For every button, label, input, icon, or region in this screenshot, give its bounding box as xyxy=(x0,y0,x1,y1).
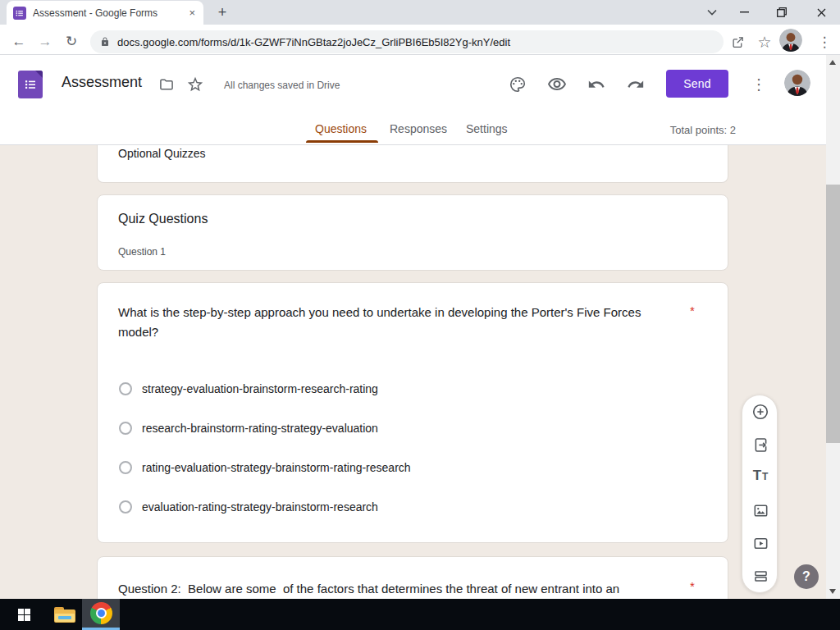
google-forms-favicon-icon xyxy=(13,7,26,20)
section-icon xyxy=(752,568,769,585)
radio-icon xyxy=(119,500,132,514)
folder-icon xyxy=(158,76,175,93)
option-label: strategy-evaluation-brainstorm-research-… xyxy=(142,382,378,395)
start-button[interactable] xyxy=(5,599,43,630)
tab-settings[interactable]: Settings xyxy=(466,122,508,135)
import-questions-button[interactable] xyxy=(751,435,770,454)
section-card[interactable]: Quiz Questions Question 1 xyxy=(97,194,728,271)
total-points-label: Total points: 2 xyxy=(670,124,736,136)
star-form-button[interactable] xyxy=(185,75,205,94)
radio-icon xyxy=(119,382,132,395)
active-tab-underline xyxy=(306,140,378,143)
folder-icon xyxy=(54,607,75,623)
section-title[interactable]: Optional Quizzes xyxy=(118,147,206,160)
required-asterisk: * xyxy=(690,579,695,593)
add-title-button[interactable]: T T xyxy=(751,468,770,487)
move-to-folder-button[interactable] xyxy=(157,75,176,94)
undo-button[interactable] xyxy=(587,75,606,94)
add-image-button[interactable] xyxy=(751,500,770,520)
palette-icon xyxy=(509,75,527,94)
section-description[interactable]: Question 1 xyxy=(118,246,166,258)
restore-button[interactable] xyxy=(763,0,801,25)
redo-button[interactable] xyxy=(626,75,646,94)
option-label: rating-evaluation-strategy-brainstorm-ra… xyxy=(142,461,411,474)
question-toolbar: T T xyxy=(742,395,778,593)
radio-icon xyxy=(119,461,132,474)
share-icon xyxy=(731,35,745,49)
chrome-taskbar-button[interactable] xyxy=(82,599,120,630)
browser-profile-avatar[interactable] xyxy=(779,29,802,52)
address-bar[interactable]: docs.google.com/forms/d/1k-GZWF7iNnGBtaz… xyxy=(90,30,724,53)
add-video-button[interactable] xyxy=(751,533,770,553)
account-avatar[interactable] xyxy=(784,70,810,96)
question-card-partial[interactable]: Question 2: Below are some of the factor… xyxy=(97,556,728,599)
forms-header: Assessment All changes saved in Drive xyxy=(0,55,840,115)
form-nav-tabs: Questions Responses Settings Total point… xyxy=(0,115,840,145)
send-button[interactable]: Send xyxy=(666,70,728,98)
page-scrollbar[interactable] xyxy=(826,55,840,599)
save-status: All changes saved in Drive xyxy=(224,80,340,91)
option-row[interactable]: research-brainstorm-rating-strategy-eval… xyxy=(119,418,378,438)
minimize-button[interactable] xyxy=(725,0,763,25)
radio-icon xyxy=(119,422,132,435)
form-editor-canvas: Optional Quizzes Quiz Questions Question… xyxy=(0,145,840,599)
required-asterisk: * xyxy=(690,304,695,317)
question-text[interactable]: Question 2: Below are some of the factor… xyxy=(118,579,684,599)
redo-icon xyxy=(627,75,645,94)
section-card-partial[interactable]: Optional Quizzes xyxy=(97,145,728,183)
windows-taskbar xyxy=(0,599,840,630)
restore-icon xyxy=(777,7,787,17)
minimize-icon xyxy=(740,11,749,13)
video-icon xyxy=(752,535,769,552)
star-icon xyxy=(186,75,204,94)
forms-list-glyph xyxy=(16,9,24,17)
chevron-down-icon xyxy=(707,9,717,16)
option-label: evaluation-rating-strategy-brainstorm-re… xyxy=(142,500,378,514)
tt-large: T xyxy=(753,468,761,484)
google-forms-logo-icon xyxy=(18,71,43,98)
browser-tab[interactable]: Assessment - Google Forms × xyxy=(7,1,203,25)
browser-menu-button[interactable]: ⋮ xyxy=(812,30,837,54)
undo-icon xyxy=(587,75,605,94)
forms-menu-button[interactable]: ⋮ xyxy=(749,75,769,94)
share-button[interactable] xyxy=(725,30,750,54)
logo-fold xyxy=(35,71,43,78)
new-tab-button[interactable]: + xyxy=(212,2,233,24)
file-explorer-button[interactable] xyxy=(46,599,84,630)
question-card[interactable]: What is the step-by-step approach you ne… xyxy=(97,282,728,543)
form-title[interactable]: Assessment xyxy=(62,74,142,91)
scroll-down-icon[interactable] xyxy=(829,589,836,594)
browser-titlebar: Assessment - Google Forms × + xyxy=(0,0,840,25)
tab-close-icon[interactable]: × xyxy=(187,7,197,19)
add-question-button[interactable] xyxy=(751,402,770,422)
eye-icon xyxy=(547,75,567,94)
section-title[interactable]: Quiz Questions xyxy=(118,212,208,226)
question-text[interactable]: What is the step-by-step approach you ne… xyxy=(118,303,660,342)
tab-responses[interactable]: Responses xyxy=(390,122,447,135)
scroll-up-icon[interactable] xyxy=(829,60,836,65)
image-icon xyxy=(752,502,769,519)
forward-button[interactable]: → xyxy=(34,31,57,54)
customize-theme-button[interactable] xyxy=(508,75,527,94)
add-section-button[interactable] xyxy=(751,566,770,586)
option-label: research-brainstorm-rating-strategy-eval… xyxy=(142,422,378,435)
reload-button[interactable]: ↻ xyxy=(60,31,83,54)
tt-small: T xyxy=(762,471,768,482)
avatar-photo xyxy=(779,29,802,52)
url-text: docs.google.com/forms/d/1k-GZWF7iNnGBtaz… xyxy=(117,36,510,48)
help-button[interactable]: ? xyxy=(794,564,819,589)
chrome-icon xyxy=(90,602,112,624)
forms-list-glyph xyxy=(24,77,37,92)
import-icon xyxy=(752,436,769,454)
back-button[interactable]: ← xyxy=(7,31,30,54)
lock-icon[interactable] xyxy=(100,36,110,48)
close-button[interactable] xyxy=(802,0,840,25)
scrollbar-thumb[interactable] xyxy=(826,185,840,443)
preview-button[interactable] xyxy=(547,75,567,94)
tab-questions[interactable]: Questions xyxy=(315,122,367,135)
option-row[interactable]: strategy-evaluation-brainstorm-research-… xyxy=(119,379,378,399)
option-row[interactable]: evaluation-rating-strategy-brainstorm-re… xyxy=(119,497,378,517)
bookmark-star-button[interactable]: ☆ xyxy=(752,30,777,54)
option-row[interactable]: rating-evaluation-strategy-brainstorm-ra… xyxy=(119,458,411,477)
tab-title: Assessment - Google Forms xyxy=(33,7,187,19)
